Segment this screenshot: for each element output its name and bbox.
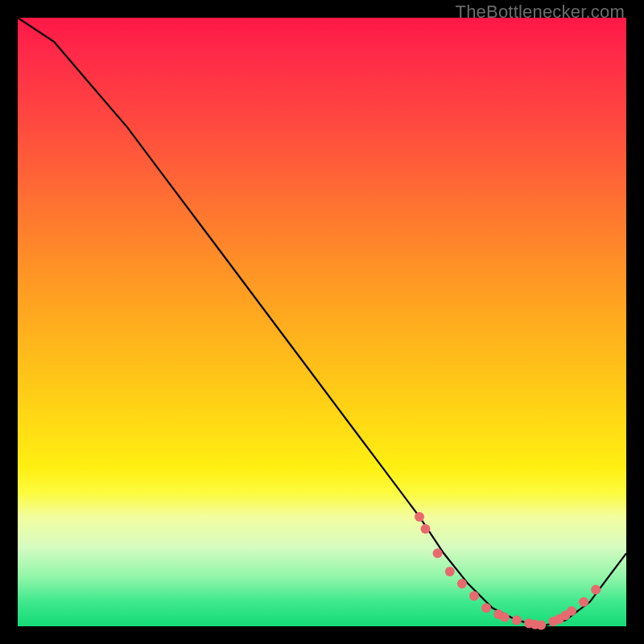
data-marker — [469, 591, 479, 601]
data-marker — [579, 597, 588, 607]
data-marker — [481, 603, 491, 613]
data-marker — [445, 567, 455, 576]
chart-stage: TheBottlenecker.com — [0, 0, 644, 644]
data-marker — [421, 524, 431, 534]
data-marker — [415, 512, 424, 522]
data-marker — [457, 579, 467, 588]
data-marker — [591, 585, 601, 595]
data-marker — [433, 548, 443, 558]
plot-area — [18, 18, 626, 626]
marker-group — [415, 512, 601, 630]
data-marker — [567, 606, 576, 616]
data-marker — [500, 613, 510, 622]
attribution-label: TheBottlenecker.com — [456, 2, 625, 23]
chart-svg — [18, 18, 626, 626]
data-marker — [536, 621, 546, 630]
line-series — [18, 18, 626, 626]
data-marker — [512, 615, 522, 625]
